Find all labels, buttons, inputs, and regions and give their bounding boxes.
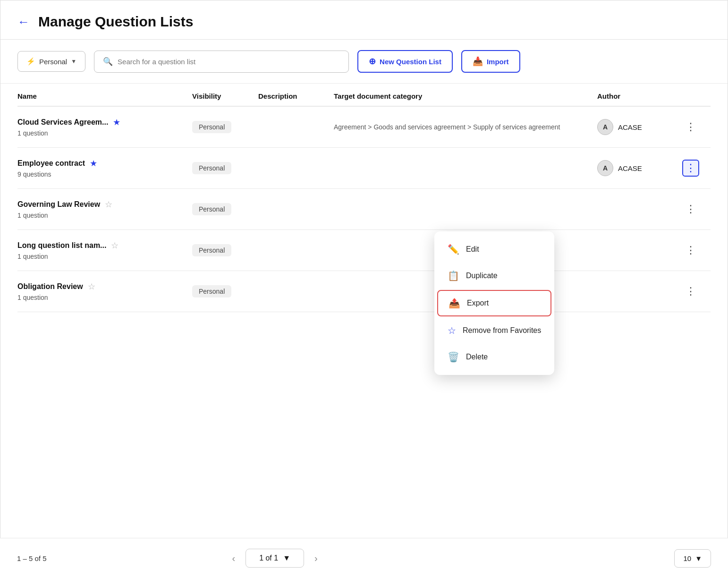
list-name: Cloud Services Agreem... [17,118,108,127]
visibility-cell: Personal [192,244,258,256]
list-name: Long question list nam... [17,241,106,250]
col-visibility: Visibility [192,92,258,100]
chevron-down-icon: ▼ [71,58,76,65]
question-count: 1 question [17,294,192,301]
row-menu-button[interactable]: ⋮ [682,283,699,300]
page-label: 1 of 1 [259,554,278,562]
menu-item-duplicate[interactable]: 📋 Duplicate [434,263,554,289]
target-category-cell: Agreement > Goods and services agreement… [334,122,597,132]
table-row: Cloud Services Agreem... ★ 1 question Pe… [17,107,711,148]
list-name: Obligation Review [17,282,83,291]
page-indicator: 1 of 1 ▼ [245,549,304,568]
filter-icon: ⚡ [26,57,35,66]
per-page-selector[interactable]: 10 ▼ [674,549,711,568]
import-icon: 📥 [473,56,483,67]
visibility-badge: Personal [192,162,231,174]
avatar: A [597,160,613,176]
row-name-cell: Long question list nam... ☆ 1 question [17,240,192,260]
visibility-badge: Personal [192,121,231,133]
star-empty-icon[interactable]: ☆ [88,281,95,292]
col-actions [682,92,711,100]
search-input[interactable] [118,58,340,66]
question-count: 9 questions [17,170,192,178]
col-target-category: Target document category [334,92,597,100]
pagination: ‹ 1 of 1 ▼ › [226,549,323,568]
per-page-value: 10 [683,554,691,562]
search-icon: 🔍 [103,57,113,67]
actions-cell: ⋮ [682,201,711,218]
col-description: Description [258,92,334,100]
import-button[interactable]: 📥 Import [461,50,520,73]
star-filled-icon[interactable]: ★ [113,117,120,128]
menu-item-export[interactable]: 📤 Export [437,290,551,316]
col-author: Author [597,92,682,100]
actions-cell: ⋮ [682,119,711,136]
trash-icon: 🗑️ [448,351,459,363]
row-name-cell: Governing Law Review ☆ 1 question [17,199,192,219]
author-cell: A ACASE [597,160,682,176]
next-page-button[interactable]: › [309,550,323,567]
actions-cell: ⋮ [682,160,711,177]
row-menu-button[interactable]: ⋮ [682,201,699,218]
table-container: Name Visibility Description Target docum… [0,84,728,312]
author-name: ACASE [618,164,642,172]
star-icon: ☆ [448,325,456,336]
menu-duplicate-label: Duplicate [466,272,498,280]
actions-cell: ⋮ [682,242,711,259]
footer: 1 – 5 of 5 ‹ 1 of 1 ▼ › 10 ▼ [0,538,728,578]
chevron-down-icon: ▼ [283,554,290,562]
menu-delete-label: Delete [466,353,488,361]
author-cell: A ACASE [597,119,682,135]
star-filled-icon[interactable]: ★ [90,158,97,169]
visibility-cell: Personal [192,162,258,174]
menu-item-edit[interactable]: ✏️ Edit [434,236,554,263]
filter-button[interactable]: ⚡ Personal ▼ [17,51,85,72]
menu-item-delete[interactable]: 🗑️ Delete [434,344,554,370]
new-question-list-button[interactable]: ⊕ New Question List [357,50,453,73]
question-count: 1 question [17,129,192,137]
prev-page-button[interactable]: ‹ [226,550,241,567]
new-question-list-label: New Question List [380,58,441,66]
edit-icon: ✏️ [448,244,459,255]
table-header: Name Visibility Description Target docum… [17,84,711,107]
search-box: 🔍 [94,51,349,73]
visibility-cell: Personal [192,203,258,215]
filter-label: Personal [39,58,67,66]
visibility-badge: Personal [192,244,231,256]
back-icon: ← [17,15,30,29]
menu-edit-label: Edit [466,245,479,254]
avatar: A [597,119,613,135]
row-menu-button[interactable]: ⋮ [682,160,699,177]
table-row: Employee contract ★ 9 questions Personal… [17,148,711,189]
row-menu-button[interactable]: ⋮ [682,119,699,136]
table-row: Obligation Review ☆ 1 question Personal … [17,271,711,312]
export-icon: 📤 [449,298,460,309]
table-row: Long question list nam... ☆ 1 question P… [17,230,711,271]
menu-remove-favorites-label: Remove from Favorites [463,326,541,335]
table-row: Governing Law Review ☆ 1 question Person… [17,189,711,230]
list-name: Governing Law Review [17,200,100,209]
row-name-cell: Cloud Services Agreem... ★ 1 question [17,117,192,137]
visibility-cell: Personal [192,285,258,298]
star-empty-icon[interactable]: ☆ [105,199,112,210]
chevron-down-icon: ▼ [695,554,702,562]
visibility-cell: Personal [192,121,258,133]
visibility-badge: Personal [192,203,231,215]
row-menu-button[interactable]: ⋮ [682,242,699,259]
actions-cell: ⋮ [682,283,711,300]
page-header: ← Manage Question Lists [0,0,728,40]
col-name: Name [17,92,192,100]
context-menu: ✏️ Edit 📋 Duplicate 📤 Export ☆ Remove fr… [434,231,554,375]
row-name-cell: Obligation Review ☆ 1 question [17,281,192,301]
menu-item-remove-favorites[interactable]: ☆ Remove from Favorites [434,317,554,344]
result-count: 1 – 5 of 5 [17,554,47,562]
back-button[interactable]: ← [17,15,30,29]
star-empty-icon[interactable]: ☆ [111,240,119,251]
menu-export-label: Export [467,299,489,307]
row-name-cell: Employee contract ★ 9 questions [17,158,192,178]
visibility-badge: Personal [192,285,231,298]
duplicate-icon: 📋 [448,270,459,281]
page-title: Manage Question Lists [38,14,193,30]
list-name: Employee contract [17,159,85,168]
question-count: 1 question [17,212,192,219]
